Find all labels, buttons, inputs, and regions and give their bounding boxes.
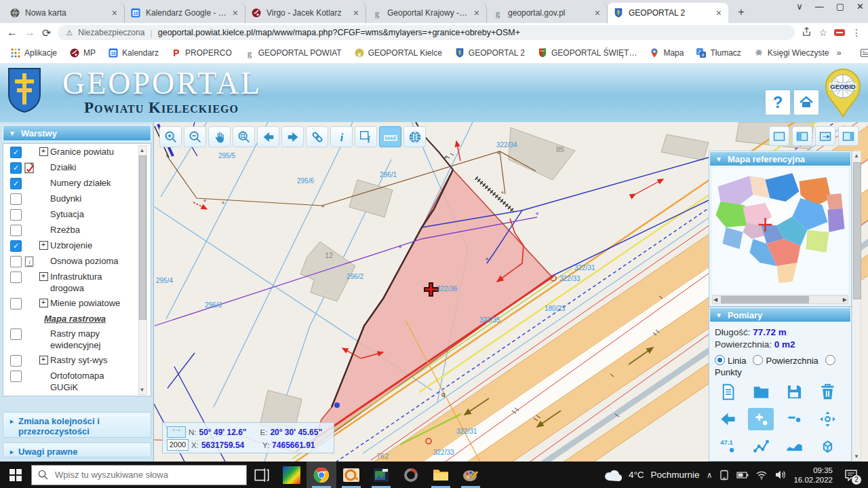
save-button[interactable] bbox=[781, 381, 807, 403]
bookmark-geo-yellow[interactable]: gGEOPORTAL Kielce bbox=[349, 45, 447, 60]
layer-row[interactable]: +Mienie powiatowe bbox=[3, 295, 151, 311]
browser-tab[interactable]: ggeoportal.gov.pl× bbox=[487, 3, 608, 23]
layer-row[interactable]: +Infrastruktura drogowa bbox=[3, 269, 151, 295]
tool-measure-button[interactable] bbox=[379, 126, 401, 147]
weather-desc[interactable]: Pochmurnie bbox=[651, 470, 700, 480]
tool-zoom-extent-button[interactable] bbox=[233, 126, 255, 147]
tool-zoom-out-button[interactable] bbox=[184, 126, 206, 147]
scale-input[interactable]: 2000 bbox=[167, 439, 189, 451]
radio-Linia[interactable] bbox=[715, 355, 725, 365]
scrollbar-thumb[interactable] bbox=[721, 296, 809, 303]
layer-row[interactable]: ✓+Uzbrojenie bbox=[3, 238, 151, 253]
measurements-header[interactable]: ▼ Pomiary bbox=[709, 307, 851, 322]
scroll-up-icon[interactable]: ▲ bbox=[852, 153, 861, 159]
layer-checkbox[interactable] bbox=[10, 371, 22, 382]
right-panel-scrollbar[interactable]: ▲ ▼ bbox=[852, 151, 861, 462]
dms-toggle-button[interactable]: ° ' ″ bbox=[167, 426, 186, 438]
task-view-button[interactable] bbox=[247, 462, 277, 488]
profile-button[interactable] bbox=[781, 435, 807, 457]
scrollbar-thumb[interactable] bbox=[853, 162, 861, 299]
scrollbar-thumb[interactable] bbox=[139, 155, 146, 320]
minimize-icon[interactable]: — bbox=[815, 1, 824, 12]
layer-row[interactable]: ✓+Granice powiatu bbox=[3, 144, 151, 159]
tab-close-icon[interactable]: × bbox=[231, 7, 239, 18]
bookmark-eagle[interactable]: Księgi Wieczyste bbox=[749, 45, 834, 60]
tab-close-icon[interactable]: × bbox=[111, 7, 119, 18]
browser-tab[interactable]: Nowa karta× bbox=[4, 3, 125, 23]
panel-left-button[interactable] bbox=[792, 126, 812, 146]
scroll-up-icon[interactable]: ▲ bbox=[139, 147, 145, 153]
tab-close-icon[interactable]: × bbox=[715, 7, 723, 18]
app-ring-icon[interactable] bbox=[396, 462, 426, 488]
share-icon[interactable] bbox=[802, 26, 812, 39]
layer-row[interactable]: +Rastry syt-wys bbox=[3, 352, 151, 368]
minimap-scrollbar[interactable]: ◀ ▶ bbox=[712, 295, 848, 304]
geobid-logo[interactable]: GEOBID bbox=[823, 68, 863, 118]
app-chrome-icon[interactable] bbox=[307, 462, 336, 488]
forward-icon[interactable]: → bbox=[24, 26, 35, 39]
panel-right-button[interactable] bbox=[838, 126, 859, 146]
layer-checkbox[interactable]: ✓ bbox=[10, 178, 22, 189]
notification-center-button[interactable]: 2 bbox=[840, 462, 863, 488]
layer-row[interactable]: Sytuacja bbox=[3, 206, 151, 222]
expand-plus-icon[interactable]: + bbox=[37, 299, 50, 307]
url-field[interactable]: ⚠ Niezabezpieczona | geoportal.powiat.ki… bbox=[58, 25, 795, 40]
bookmark-translate[interactable]: AaTłumacz bbox=[691, 45, 745, 60]
order-transparency-panel[interactable]: ► Zmiana kolejności i przezroczystości bbox=[3, 412, 151, 438]
browser-tab[interactable]: GEOPORTAL 2× bbox=[608, 3, 728, 23]
wifi-icon[interactable] bbox=[755, 470, 768, 480]
reference-map-header[interactable]: ▼ Mapa referencyjna bbox=[709, 151, 851, 166]
layer-row[interactable]: Budynki bbox=[3, 191, 151, 206]
app-explorer-icon[interactable] bbox=[426, 462, 456, 488]
app-outlook-icon[interactable] bbox=[336, 462, 366, 488]
weather-temp[interactable]: 4°C bbox=[629, 470, 644, 480]
layer-row[interactable]: Rzeźba bbox=[3, 222, 151, 238]
app-rainbow-icon[interactable] bbox=[277, 462, 307, 488]
tool-select-info-button[interactable]: i bbox=[355, 126, 377, 147]
panel-arrow-button[interactable] bbox=[815, 126, 835, 146]
move-point-button[interactable] bbox=[814, 408, 840, 430]
bookmark-apps[interactable]: Aplikacje bbox=[5, 45, 62, 60]
reload-icon[interactable]: ⟳ bbox=[42, 26, 51, 39]
menu-kebab-icon[interactable]: ⋮ bbox=[852, 27, 861, 38]
browser-tab[interactable]: Virgo - Jacek Kotlarz× bbox=[245, 3, 366, 23]
browser-tab[interactable]: gGeoportal Krajowy - …× bbox=[366, 3, 487, 23]
layer-checkbox[interactable] bbox=[10, 271, 22, 283]
back-icon[interactable]: ← bbox=[7, 26, 18, 39]
tool-link-button[interactable] bbox=[306, 126, 328, 147]
layer-checkbox[interactable] bbox=[10, 329, 22, 340]
tool-prev-view-button[interactable] bbox=[257, 126, 279, 147]
open-folder-button[interactable] bbox=[748, 381, 774, 403]
browser-tab[interactable]: 16Kalendarz Google - p…× bbox=[125, 3, 245, 23]
point-number-button[interactable]: 47.1 bbox=[715, 435, 741, 457]
reference-minimap[interactable] bbox=[712, 168, 848, 294]
layers-panel-header[interactable]: ▼ Warstwy bbox=[3, 125, 151, 141]
layer-checkbox[interactable] bbox=[10, 209, 22, 221]
app-paint-icon[interactable] bbox=[456, 462, 486, 488]
cube-3d-button[interactable] bbox=[814, 435, 840, 457]
tab-close-icon[interactable]: × bbox=[473, 7, 481, 18]
tab-close-icon[interactable]: × bbox=[352, 7, 360, 18]
layer-checkbox[interactable] bbox=[10, 298, 22, 309]
layer-checkbox[interactable]: ✓ bbox=[10, 162, 22, 174]
layers-scrollbar[interactable]: ▲ ▼ bbox=[138, 145, 147, 395]
panel-full-button[interactable] bbox=[769, 126, 789, 146]
extension-icon[interactable] bbox=[834, 29, 845, 36]
tray-chevron-icon[interactable]: ∧ bbox=[707, 470, 713, 480]
radio-Powierzchnia[interactable] bbox=[753, 355, 763, 365]
layer-checkbox[interactable]: ✓ bbox=[10, 240, 22, 252]
help-button[interactable]: ? bbox=[765, 90, 791, 115]
scroll-right-icon[interactable]: ▶ bbox=[843, 296, 847, 303]
add-point-button[interactable] bbox=[748, 408, 774, 430]
expand-plus-icon[interactable]: + bbox=[37, 147, 50, 156]
volume-icon[interactable] bbox=[774, 470, 787, 480]
taskbar-search[interactable] bbox=[31, 465, 247, 485]
layer-checkbox[interactable] bbox=[10, 256, 22, 267]
tool-info-button[interactable]: i bbox=[330, 126, 353, 147]
bookmark-calendar16[interactable]: 16Kalendarz bbox=[103, 45, 163, 60]
new-doc-button[interactable] bbox=[715, 381, 741, 403]
layer-checkbox[interactable]: ✓ bbox=[10, 147, 22, 158]
home-button[interactable] bbox=[793, 90, 819, 115]
tool-zoom-in-button[interactable] bbox=[159, 126, 182, 147]
layer-row[interactable]: Ortofotomapa GUGiK bbox=[3, 368, 151, 394]
